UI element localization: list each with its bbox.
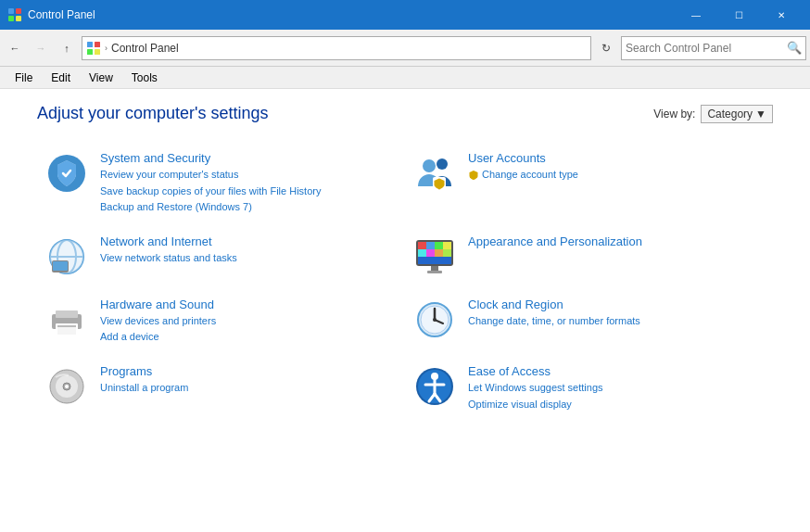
- maximize-button[interactable]: ☐: [717, 0, 760, 30]
- ease-of-access-link-2[interactable]: Optimize visual display: [468, 397, 766, 413]
- titlebar-controls: — ☐ ✕: [675, 0, 803, 30]
- svg-rect-6: [87, 49, 93, 55]
- address-bar: ← → ↑ › Control Panel ↻ 🔍: [0, 30, 810, 67]
- hardware-sound-link-1[interactable]: View devices and printers: [100, 313, 398, 330]
- hardware-sound-title[interactable]: Hardware and Sound: [100, 298, 398, 311]
- shield-small-icon: [468, 170, 479, 181]
- svg-rect-1: [16, 8, 21, 14]
- system-security-link-1[interactable]: Review your computer's status: [100, 167, 398, 184]
- user-accounts-text: User Accounts Change account type: [468, 151, 766, 184]
- search-button[interactable]: 🔍: [787, 41, 802, 55]
- menu-edit[interactable]: Edit: [44, 70, 78, 86]
- system-security-link-3[interactable]: Backup and Restore (Windows 7): [100, 199, 398, 216]
- network-internet-title[interactable]: Network and Internet: [100, 234, 398, 248]
- view-by-label: View by:: [653, 108, 695, 120]
- system-security-text: System and Security Review your computer…: [100, 151, 398, 216]
- clock-region-icon: [412, 298, 457, 342]
- view-by-section: View by: Category ▼: [653, 105, 773, 123]
- close-button[interactable]: ✕: [760, 0, 803, 30]
- svg-rect-34: [57, 325, 76, 327]
- ease-of-access-text: Ease of Access Let Windows suggest setti…: [468, 364, 766, 412]
- hardware-sound-text: Hardware and Sound View devices and prin…: [100, 298, 398, 346]
- category-network-internet: Network and Internet View network status…: [37, 225, 405, 288]
- forward-button[interactable]: →: [30, 37, 52, 59]
- categories-grid: System and Security Review your computer…: [37, 142, 773, 422]
- svg-rect-7: [95, 49, 100, 55]
- view-by-dropdown[interactable]: Category ▼: [701, 105, 773, 123]
- network-internet-link-1[interactable]: View network status and tasks: [100, 250, 398, 267]
- svg-point-41: [433, 318, 437, 322]
- chevron-down-icon: ▼: [755, 108, 766, 120]
- programs-text: Programs Uninstall a program: [100, 364, 398, 397]
- user-accounts-title[interactable]: User Accounts: [468, 151, 766, 165]
- programs-icon: [44, 364, 89, 409]
- svg-rect-30: [427, 271, 442, 273]
- search-box[interactable]: 🔍: [621, 36, 806, 60]
- category-clock-region: Clock and Region Change date, time, or n…: [405, 288, 773, 355]
- titlebar-title: Control Panel: [28, 8, 95, 21]
- appearance-icon: [412, 234, 457, 279]
- svg-rect-26: [435, 249, 443, 257]
- svg-rect-0: [8, 8, 14, 14]
- content-header: Adjust your computer's settings View by:…: [37, 104, 773, 123]
- menu-bar: File Edit View Tools: [0, 67, 810, 89]
- ease-of-access-icon: [412, 364, 457, 409]
- system-security-title[interactable]: System and Security: [100, 151, 398, 165]
- page-title: Adjust your computer's settings: [37, 104, 269, 123]
- category-programs: Programs Uninstall a program: [37, 355, 405, 422]
- menu-tools[interactable]: Tools: [124, 70, 165, 86]
- svg-rect-23: [443, 242, 451, 249]
- user-accounts-icon: [412, 151, 457, 196]
- menu-file[interactable]: File: [7, 70, 40, 86]
- svg-rect-2: [8, 16, 14, 21]
- svg-point-10: [437, 158, 448, 170]
- appearance-text: Appearance and Personalization: [468, 234, 766, 250]
- svg-rect-4: [87, 42, 93, 47]
- ease-of-access-title[interactable]: Ease of Access: [468, 364, 766, 378]
- ease-of-access-link-1[interactable]: Let Windows suggest settings: [468, 380, 766, 397]
- title-bar: Control Panel — ☐ ✕: [0, 0, 810, 30]
- refresh-button[interactable]: ↻: [595, 36, 617, 60]
- svg-rect-17: [53, 261, 68, 271]
- svg-rect-27: [443, 249, 451, 257]
- category-user-accounts: User Accounts Change account type: [405, 142, 773, 225]
- view-by-value: Category: [707, 108, 753, 120]
- svg-point-45: [65, 385, 69, 388]
- svg-rect-22: [435, 242, 443, 249]
- minimize-button[interactable]: —: [675, 0, 717, 30]
- category-system-security: System and Security Review your computer…: [37, 142, 405, 225]
- system-security-icon: [44, 151, 89, 196]
- menu-view[interactable]: View: [82, 70, 120, 86]
- network-internet-icon: [44, 234, 89, 279]
- breadcrumb-separator: ›: [105, 44, 108, 53]
- hardware-sound-icon: [44, 298, 89, 342]
- clock-region-text: Clock and Region Change date, time, or n…: [468, 298, 766, 330]
- category-hardware-sound: Hardware and Sound View devices and prin…: [37, 288, 405, 355]
- programs-link-1[interactable]: Uninstall a program: [100, 380, 398, 397]
- breadcrumb-icon: [86, 41, 101, 56]
- programs-title[interactable]: Programs: [100, 364, 398, 378]
- clock-region-link-1[interactable]: Change date, time, or number formats: [468, 313, 766, 330]
- svg-rect-20: [418, 242, 426, 249]
- category-appearance: Appearance and Personalization: [405, 225, 773, 288]
- svg-rect-5: [95, 42, 100, 47]
- svg-rect-32: [56, 310, 78, 318]
- titlebar-app-icon: [7, 7, 22, 22]
- network-internet-text: Network and Internet View network status…: [100, 234, 398, 267]
- user-accounts-link-1[interactable]: Change account type: [482, 167, 578, 184]
- svg-rect-28: [418, 257, 451, 264]
- appearance-title[interactable]: Appearance and Personalization: [468, 234, 766, 248]
- address-input[interactable]: › Control Panel: [82, 36, 591, 60]
- system-security-link-2[interactable]: Save backup copies of your files with Fi…: [100, 184, 398, 200]
- up-button[interactable]: ↑: [56, 37, 78, 59]
- svg-rect-24: [418, 249, 426, 257]
- back-button[interactable]: ←: [4, 37, 26, 59]
- clock-region-title[interactable]: Clock and Region: [468, 298, 766, 311]
- search-input[interactable]: [626, 42, 783, 55]
- svg-point-9: [423, 159, 436, 172]
- hardware-sound-link-2[interactable]: Add a device: [100, 329, 398, 346]
- breadcrumb-current: Control Panel: [111, 42, 179, 55]
- svg-rect-36: [57, 327, 76, 335]
- svg-rect-25: [426, 249, 435, 257]
- svg-rect-21: [426, 242, 435, 249]
